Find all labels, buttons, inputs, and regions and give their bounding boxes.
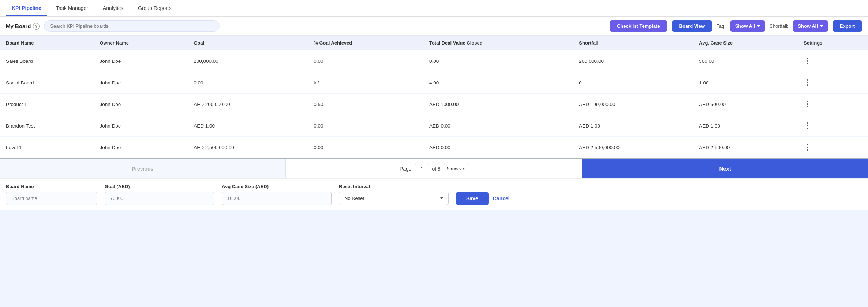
table-header-cell: Board Name xyxy=(0,36,94,50)
avg-case-field-group: Avg Case Size (AED) xyxy=(222,184,332,205)
row-settings-button[interactable] xyxy=(804,143,811,152)
table-cell: AED 2,500.00 xyxy=(693,137,798,158)
row-settings-button[interactable] xyxy=(804,78,811,87)
chevron-down-icon-2 xyxy=(820,25,823,27)
form-actions: Save Cancel xyxy=(456,192,510,205)
table-cell: Sales Board xyxy=(0,50,94,72)
table-cell: AED 200,000.00 xyxy=(188,94,308,115)
cancel-button[interactable]: Cancel xyxy=(493,196,510,201)
goal-field-group: Goal (AED) xyxy=(105,184,214,205)
table-row: Level 1John DoeAED 2,500,000.000.00AED 0… xyxy=(0,137,868,158)
next-label: Next xyxy=(719,166,731,172)
table-cell: 0.50 xyxy=(308,94,423,115)
previous-button: Previous xyxy=(0,159,286,178)
dots-icon xyxy=(807,63,808,64)
dots-icon xyxy=(807,84,808,86)
table-cell: John Doe xyxy=(94,94,188,115)
table-header-cell: Settings xyxy=(798,36,868,50)
table-cell: John Doe xyxy=(94,115,188,137)
board-title-text: My Board xyxy=(6,23,31,29)
rows-per-page-dropdown[interactable]: 5 rows xyxy=(444,164,468,173)
table-cell: John Doe xyxy=(94,72,188,94)
add-board-bar: Board Name Goal (AED) Avg Case Size (AED… xyxy=(0,178,868,210)
page-info: Page of 8 5 rows xyxy=(286,164,583,173)
dots-icon xyxy=(807,149,808,151)
dots-icon xyxy=(807,122,808,124)
dots-icon xyxy=(807,125,808,126)
nav-tab-analytics[interactable]: Analytics xyxy=(97,1,129,16)
board-title: My Board ? xyxy=(6,23,40,30)
table-cell: AED 2,500,000.00 xyxy=(573,137,693,158)
table-row: Brandon TestJohn DoeAED 1.000.00AED 0.00… xyxy=(0,115,868,137)
table-cell: 0.00 xyxy=(308,137,423,158)
table-cell: AED 0.00 xyxy=(423,115,573,137)
reset-interval-label: Reset Interval xyxy=(339,184,449,189)
page-number-input[interactable] xyxy=(415,164,429,173)
table-cell: inf xyxy=(308,72,423,94)
tag-label: Tag: xyxy=(717,23,726,29)
board-view-button[interactable]: Board View xyxy=(672,20,712,32)
table-cell: Social Board xyxy=(0,72,94,94)
table-cell: 200,000.00 xyxy=(188,50,308,72)
help-icon[interactable]: ? xyxy=(33,23,40,30)
table-header-cell: Total Deal Value Closed xyxy=(423,36,573,50)
table-cell: 0 xyxy=(573,72,693,94)
table-header-cell: % Goal Achieved xyxy=(308,36,423,50)
nav-tab-task-manager[interactable]: Task Manager xyxy=(50,1,94,16)
checklist-template-button[interactable]: Checklist Template xyxy=(610,20,667,32)
reset-interval-field-group: Reset Interval No Reset xyxy=(339,184,449,205)
previous-label: Previous xyxy=(132,166,153,172)
dots-icon xyxy=(807,101,808,102)
table-settings-cell xyxy=(798,137,868,158)
nav-tab-group-reports[interactable]: Group Reports xyxy=(132,1,177,16)
table-cell: Level 1 xyxy=(0,137,94,158)
chevron-down-icon xyxy=(757,25,760,27)
table-cell: AED 0.00 xyxy=(423,137,573,158)
table-row: Social BoardJohn Doe0.00inf4.0001.00 xyxy=(0,72,868,94)
table-header-cell: Goal xyxy=(188,36,308,50)
save-button[interactable]: Save xyxy=(456,192,489,205)
search-input[interactable] xyxy=(44,20,220,32)
tag-show-all-button[interactable]: Show All xyxy=(730,20,765,32)
board-name-label: Board Name xyxy=(6,184,97,189)
nav-tab-kpi-pipeline[interactable]: KPI Pipeline xyxy=(6,1,47,16)
avg-case-input[interactable] xyxy=(222,192,332,205)
board-name-input[interactable] xyxy=(6,192,97,205)
table-cell: 0.00 xyxy=(308,50,423,72)
dots-icon xyxy=(807,60,808,62)
table-cell: John Doe xyxy=(94,137,188,158)
goal-label: Goal (AED) xyxy=(105,184,214,189)
table-cell: 1.00 xyxy=(693,72,798,94)
table-cell: 0.00 xyxy=(308,115,423,137)
table-settings-cell xyxy=(798,50,868,72)
rows-label: 5 rows xyxy=(447,166,461,171)
row-settings-button[interactable] xyxy=(804,99,811,109)
table-cell: AED 1.00 xyxy=(693,115,798,137)
table-cell: AED 1000.00 xyxy=(423,94,573,115)
table-cell: Brandon Test xyxy=(0,115,94,137)
shortfall-show-all-button[interactable]: Show All xyxy=(793,20,828,32)
rows-chevron-icon xyxy=(462,168,465,170)
table-settings-cell xyxy=(798,115,868,137)
dots-icon xyxy=(807,144,808,145)
table-body: Sales BoardJohn Doe200,000.000.000.00200… xyxy=(0,50,868,158)
dots-icon xyxy=(807,58,808,59)
of-label: of 8 xyxy=(432,166,441,172)
next-button[interactable]: Next xyxy=(582,159,868,178)
reset-interval-dropdown[interactable]: No Reset xyxy=(339,192,449,205)
dots-icon xyxy=(807,79,808,81)
dots-icon xyxy=(807,147,808,148)
table-cell: AED 199,000.00 xyxy=(573,94,693,115)
table-settings-cell xyxy=(798,72,868,94)
reset-interval-chevron-icon xyxy=(440,197,443,199)
top-navigation: KPI PipelineTask ManagerAnalyticsGroup R… xyxy=(0,0,868,17)
table-cell: 0.00 xyxy=(188,72,308,94)
export-button[interactable]: Export xyxy=(833,20,862,32)
goal-input[interactable] xyxy=(105,192,214,205)
board-name-field-group: Board Name xyxy=(6,184,97,205)
row-settings-button[interactable] xyxy=(804,121,811,130)
table-cell: AED 1.00 xyxy=(573,115,693,137)
row-settings-button[interactable] xyxy=(804,56,811,66)
table-header-cell: Shortfall xyxy=(573,36,693,50)
boards-table-container: Board NameOwner NameGoal% Goal AchievedT… xyxy=(0,36,868,158)
